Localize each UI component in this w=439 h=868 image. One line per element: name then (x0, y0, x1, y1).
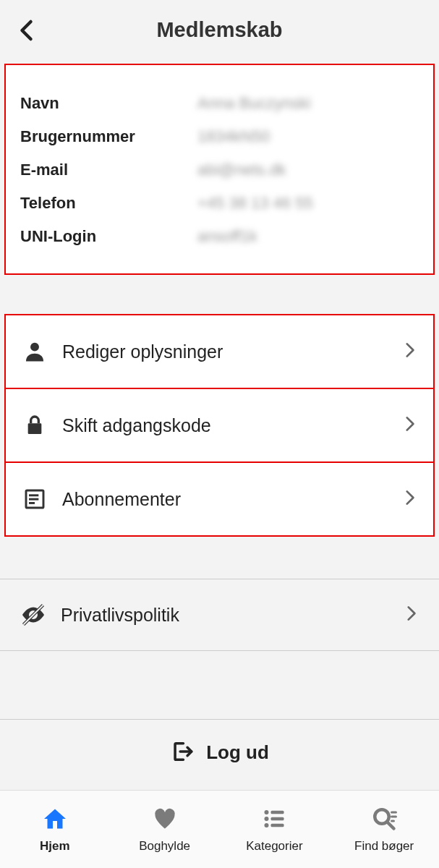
back-button[interactable] (14, 17, 41, 43)
chevron-right-icon (401, 604, 420, 626)
svg-point-10 (265, 817, 269, 821)
menu-item-subscriptions[interactable]: Abonnementer (4, 461, 435, 537)
logout-icon (170, 739, 195, 767)
menu-label: Abonnementer (62, 489, 400, 510)
list-icon (20, 488, 49, 511)
svg-rect-5 (29, 502, 35, 504)
svg-rect-4 (29, 498, 38, 501)
svg-rect-11 (271, 817, 284, 820)
chevron-right-icon (400, 341, 419, 362)
logout-label: Log ud (206, 741, 269, 764)
info-label: UNI-Login (20, 227, 197, 246)
info-row-unilogin: UNI-Login ansoff1k (20, 227, 419, 246)
info-row-email: E-mail abi@nets.dk (20, 161, 419, 179)
tab-home[interactable]: Hjem (0, 791, 110, 868)
eye-off-icon (19, 602, 48, 628)
info-label: E-mail (20, 161, 197, 179)
info-value: 1834kN50 (197, 127, 270, 146)
info-row-name: Navn Anna Buczynski (20, 94, 419, 113)
search-icon (371, 806, 397, 835)
menu-group: Rediger oplysninger Skift adgangskode Ab… (4, 314, 435, 537)
tab-bookshelf[interactable]: Boghylde (110, 791, 220, 868)
header: Medlemskab (0, 0, 439, 59)
menu-label: Rediger oplysninger (62, 341, 400, 362)
logout-button[interactable]: Log ud (0, 719, 439, 786)
chevron-left-icon (14, 17, 41, 43)
privacy-policy-row[interactable]: Privatlivspolitik (0, 579, 439, 651)
info-value: abi@nets.dk (197, 161, 286, 179)
list-menu-icon (261, 806, 287, 835)
svg-rect-9 (271, 810, 284, 814)
info-value: +45 38 13 46 55 (197, 194, 313, 213)
info-label: Telefon (20, 194, 197, 213)
privacy-label: Privatlivspolitik (61, 605, 401, 626)
svg-rect-3 (29, 494, 38, 496)
svg-rect-13 (271, 823, 284, 827)
tab-label: Hjem (40, 839, 70, 854)
menu-item-edit-info[interactable]: Rediger oplysninger (4, 314, 435, 389)
chevron-right-icon (400, 488, 419, 510)
info-label: Navn (20, 94, 197, 113)
info-row-phone: Telefon +45 38 13 46 55 (20, 194, 419, 213)
home-icon (42, 806, 68, 835)
tab-categories[interactable]: Kategorier (220, 791, 330, 868)
info-label: Brugernummer (20, 127, 197, 146)
svg-point-0 (30, 343, 39, 352)
menu-label: Skift adgangskode (62, 415, 400, 436)
user-icon (20, 339, 49, 364)
tab-find-books[interactable]: Find bøger (329, 791, 439, 868)
heart-icon (152, 806, 178, 835)
tab-label: Find bøger (354, 839, 414, 854)
tab-label: Boghylde (139, 839, 190, 854)
user-info-card: Navn Anna Buczynski Brugernummer 1834kN5… (4, 64, 435, 275)
info-value: ansoff1k (197, 227, 257, 246)
info-value: Anna Buczynski (197, 94, 311, 113)
lock-icon (20, 414, 49, 437)
tab-label: Kategorier (246, 839, 302, 854)
svg-line-15 (388, 822, 394, 828)
menu-item-change-password[interactable]: Skift adgangskode (4, 388, 435, 463)
chevron-right-icon (400, 414, 419, 436)
svg-point-8 (265, 810, 269, 814)
info-row-usernumber: Brugernummer 1834kN50 (20, 127, 419, 146)
svg-rect-1 (28, 423, 42, 434)
page-title: Medlemskab (156, 18, 282, 42)
svg-point-12 (265, 823, 269, 827)
tab-bar: Hjem Boghylde Kategorier Find bøg (0, 790, 439, 868)
